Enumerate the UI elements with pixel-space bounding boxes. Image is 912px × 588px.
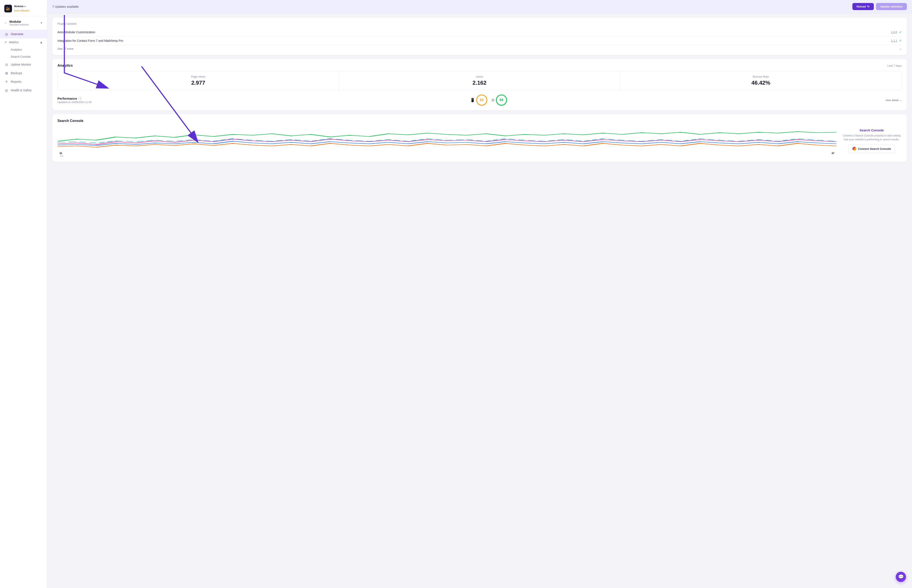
logo-brand: Modular — [14, 5, 23, 8]
update-label: Update selection — [880, 5, 902, 8]
workspace-info: ← Modular Standard websites — [4, 20, 29, 26]
search-console-title: Search Console — [57, 119, 902, 123]
search-console-label: Search Console — [11, 55, 31, 58]
plugins-updated-label: Plugins Updated — [57, 22, 902, 25]
sidebar-item-health-safety[interactable]: ◎ Health & Safety — [0, 86, 47, 94]
connect-panel: Search Console Connect a Search Console … — [842, 126, 902, 155]
connect-search-console-desc: Connect a Search Console property to sta… — [842, 134, 902, 141]
workspace-dropdown-icon[interactable]: ▼ — [40, 21, 43, 24]
logo-superscript: DS — [23, 5, 26, 8]
logo-name: ModularDS — [14, 5, 29, 9]
mobile-score-group: 📱 63 — [470, 94, 487, 106]
stat-users: Users 2.162 — [339, 71, 620, 90]
chart-label-07: 07 — [832, 152, 834, 157]
metrics-label: Metrics — [9, 40, 19, 44]
reload-icon: ↻ — [867, 5, 870, 8]
back-icon[interactable]: ← — [4, 21, 8, 25]
backups-icon: ⊞ — [4, 71, 8, 75]
connect-button-label: Connect Search Console — [858, 147, 891, 150]
performance-updated: Updated on 24/06/2024 11:56 — [57, 101, 92, 104]
connect-search-console-button[interactable]: Connect Search Console — [848, 144, 895, 153]
metrics-collapse-icon: ▲ — [40, 40, 43, 44]
mobile-score-value: 63 — [480, 98, 484, 102]
reports-label: Reports — [11, 80, 21, 83]
analytics-period: Last 7 days — [888, 64, 902, 67]
sidebar-item-reports[interactable]: ≡ Reports — [0, 78, 47, 86]
sidebar-item-search-console[interactable]: Search Console — [0, 53, 47, 60]
overview-icon: ◷ — [4, 32, 8, 36]
stat-page-views: Page views 2.977 — [58, 71, 339, 90]
logo-subtitle: Early Adopter — [14, 9, 29, 12]
update-bar: 7 Updates available Reload ↻ Update sele… — [47, 0, 912, 13]
desktop-score-value: 94 — [499, 98, 504, 102]
update-selection-button[interactable]: Update selection — [876, 3, 907, 10]
workspace-name: Modular — [10, 20, 29, 23]
plugin-row-2: Integration for Contact Form 7 and Mailc… — [57, 36, 902, 45]
chart-date-2: 07 — [832, 152, 834, 155]
performance-scores: 📱 63 🖥 94 — [470, 94, 507, 106]
check-icon-2: ✓ — [899, 39, 902, 43]
mobile-icon: 📱 — [470, 98, 475, 102]
search-console-card: Search Console — [52, 114, 907, 162]
plugins-card: Plugins Updated Ares Modular Customizati… — [52, 18, 907, 55]
chart-date-1: 01 — [60, 152, 64, 155]
chart-area: 01 JUL 07 — [57, 126, 836, 157]
metrics-icon: ↗ — [4, 40, 7, 44]
analytics-label: Analytics — [11, 48, 22, 51]
sidebar-item-uptime-monitor[interactable]: ⊙ Uptime Monitor — [0, 60, 47, 69]
sidebar-item-analytics[interactable]: Analytics — [0, 46, 47, 53]
chart-labels: 01 JUL 07 — [57, 152, 836, 157]
workspace-details: Modular Standard websites — [10, 20, 29, 26]
chat-bubble-button[interactable]: 💬 — [896, 572, 906, 582]
logo-area: ModularDS Early Adopter — [0, 0, 47, 16]
search-console-chart — [57, 126, 836, 150]
plugin-name-2: Integration for Contact Form 7 and Mailc… — [57, 39, 123, 42]
uptime-label: Uptime Monitor — [11, 63, 31, 66]
sidebar-item-overview[interactable]: ◷ Overview — [0, 30, 47, 38]
view-detail-chevron: ⌄ — [899, 99, 902, 102]
google-icon — [852, 147, 856, 151]
stat-label-1: Users — [343, 75, 616, 78]
check-icon-1: ✓ — [899, 30, 902, 34]
view-detail-label: view detail — [885, 99, 899, 102]
chat-icon: 💬 — [898, 574, 904, 580]
reload-label: Reload — [857, 5, 866, 8]
see-more-chevron: ⌄ — [899, 47, 902, 50]
sidebar-item-backups[interactable]: ⊞ Backups — [0, 69, 47, 78]
uptime-icon: ⊙ — [4, 62, 8, 67]
sidebar-item-metrics[interactable]: ↗ Metrics ▲ — [0, 38, 47, 46]
sidebar: ModularDS Early Adopter ← Modular Standa… — [0, 0, 47, 588]
overview-label: Overview — [11, 32, 23, 36]
version-number-1: 1.0.0 — [891, 31, 897, 34]
logo-text: ModularDS Early Adopter — [14, 5, 29, 12]
version-number-2: 1.1.1 — [891, 39, 897, 42]
chart-month-1: JUL — [60, 155, 64, 157]
workspace-sub: Standard websites — [10, 23, 29, 26]
see-more-label: See 17 more — [57, 47, 73, 50]
analytics-header: Analytics Last 7 days — [57, 64, 902, 68]
stat-value-0: 2.977 — [62, 79, 334, 86]
search-console-body: 01 JUL 07 Search Console Connect a Searc… — [57, 126, 902, 157]
info-icon: i — [78, 97, 82, 100]
backups-label: Backups — [11, 71, 22, 75]
view-detail-button[interactable]: view detail ⌄ — [885, 99, 902, 102]
health-label: Health & Safety — [11, 89, 32, 92]
performance-row: Performance i Updated on 24/06/2024 11:5… — [57, 94, 902, 106]
see-more-plugins[interactable]: See 17 more ⌄ — [57, 45, 902, 50]
workspace-selector[interactable]: ← Modular Standard websites ▼ — [0, 16, 47, 27]
reload-button[interactable]: Reload ↻ — [852, 3, 874, 10]
topbar-actions: Reload ↻ Update selection — [852, 3, 907, 10]
content-area: Plugins Updated Ares Modular Customizati… — [47, 13, 912, 170]
plugin-name-1: Ares Modular Customization — [57, 31, 95, 34]
stats-grid: Page views 2.977 Users 2.162 Bounce Rate… — [57, 71, 902, 90]
chart-label-01: 01 JUL — [60, 152, 64, 157]
plugin-version-2: 1.1.1 ✓ — [891, 39, 902, 43]
analytics-title: Analytics — [57, 64, 73, 68]
connect-search-console-title: Search Console — [842, 128, 902, 132]
analytics-card: Analytics Last 7 days Page views 2.977 U… — [52, 59, 907, 110]
update-count-text: 7 Updates available — [52, 5, 79, 8]
main-content: 7 Updates available Reload ↻ Update sele… — [47, 0, 912, 588]
stat-label-2: Bounce Rate — [625, 75, 897, 78]
performance-title: Performance i — [57, 97, 92, 100]
stat-value-1: 2.162 — [343, 79, 616, 86]
